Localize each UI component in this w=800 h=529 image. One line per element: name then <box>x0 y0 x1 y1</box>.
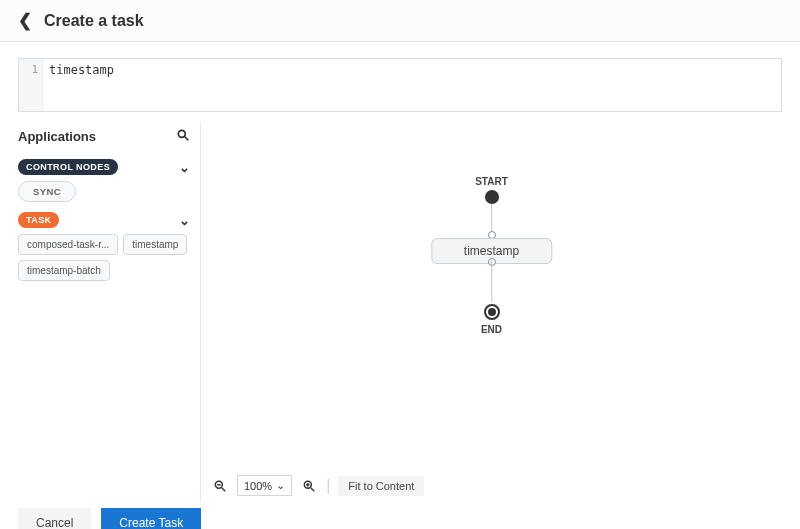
start-node[interactable] <box>485 190 499 204</box>
group-control-nodes: CONTROL NODES ⌄ <box>18 159 190 175</box>
chevron-down-icon[interactable]: ⌄ <box>179 213 190 228</box>
zoom-in-icon[interactable] <box>300 477 318 495</box>
chip-composed-task[interactable]: composed-task-r... <box>18 234 118 255</box>
svg-line-6 <box>311 487 315 491</box>
footer-actions: Cancel Create Task <box>0 502 800 529</box>
page-title: Create a task <box>44 12 144 30</box>
chip-sync[interactable]: SYNC <box>18 181 76 202</box>
page-header: ❮ Create a task <box>0 0 800 42</box>
end-label: END <box>481 324 502 335</box>
zoom-out-icon[interactable] <box>211 477 229 495</box>
end-node[interactable] <box>484 304 500 320</box>
code-content: timestamp <box>43 59 781 111</box>
zoom-value: 100% <box>244 480 272 492</box>
group-task: TASK ⌄ <box>18 212 190 228</box>
chip-timestamp-batch[interactable]: timestamp-batch <box>18 260 110 281</box>
cancel-button[interactable]: Cancel <box>18 508 91 529</box>
task-chips: composed-task-r... timestamp timestamp-b… <box>18 234 190 281</box>
chevron-down-icon[interactable]: ⌄ <box>179 160 190 175</box>
chip-timestamp[interactable]: timestamp <box>123 234 187 255</box>
canvas-toolbar: 100% ⌄ | Fit to Content <box>211 475 424 496</box>
applications-header: Applications <box>18 126 190 153</box>
svg-point-0 <box>178 130 185 137</box>
applications-label: Applications <box>18 129 96 144</box>
svg-line-1 <box>185 137 189 141</box>
search-icon[interactable] <box>176 128 190 145</box>
start-label: START <box>475 176 508 187</box>
control-nodes-pill: CONTROL NODES <box>18 159 118 175</box>
svg-line-3 <box>222 487 226 491</box>
task-pill: TASK <box>18 212 59 228</box>
code-editor[interactable]: 1 timestamp <box>18 58 782 112</box>
toolbar-divider: | <box>326 477 330 495</box>
control-chips: SYNC <box>18 181 190 202</box>
line-number: 1 <box>19 59 43 111</box>
create-task-button[interactable]: Create Task <box>101 508 201 529</box>
applications-sidebar: Applications CONTROL NODES ⌄ SYNC TASK ⌄… <box>0 122 200 502</box>
chevron-down-icon: ⌄ <box>276 479 285 492</box>
zoom-level-select[interactable]: 100% ⌄ <box>237 475 292 496</box>
back-icon[interactable]: ❮ <box>18 10 32 31</box>
edge-start-to-node <box>491 204 493 232</box>
flow-canvas[interactable]: START timestamp END <box>201 122 782 442</box>
edge-node-to-end <box>491 260 493 302</box>
fit-to-content-button[interactable]: Fit to Content <box>338 476 424 496</box>
body: Applications CONTROL NODES ⌄ SYNC TASK ⌄… <box>0 122 800 502</box>
canvas-panel: START timestamp END 100% ⌄ | Fit to Cont… <box>200 122 782 502</box>
